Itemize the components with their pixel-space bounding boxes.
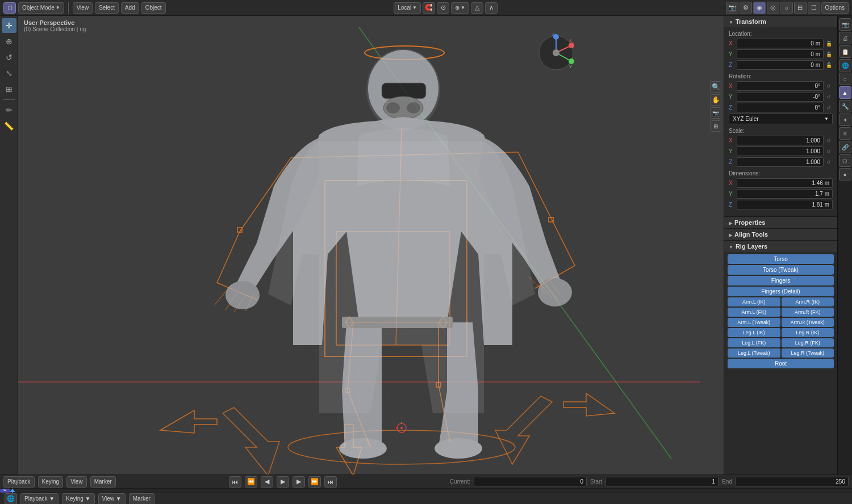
hand-pan-icon[interactable]: ✋ xyxy=(710,94,721,106)
next-frame-btn[interactable]: ▶ xyxy=(293,476,305,488)
arm-l-ik-btn[interactable]: Arm.L (IK) xyxy=(728,297,780,306)
options-btn[interactable]: Options xyxy=(821,2,849,14)
viewport[interactable]: User Perspective (0) Scene Collection | … xyxy=(18,16,724,474)
render-options[interactable]: ⚙ xyxy=(740,2,752,14)
scale-tool[interactable]: ⤡ xyxy=(2,66,16,81)
rotate-tool[interactable]: ↺ xyxy=(2,50,16,65)
cursor-tool[interactable]: ✛ xyxy=(2,18,16,33)
annotate-tool[interactable]: ✏ xyxy=(2,103,16,117)
location-y-field[interactable] xyxy=(737,49,824,59)
scale-y-lock[interactable]: ↺ xyxy=(825,148,833,156)
rig-fingers-detail-btn[interactable]: Fingers (Detail) xyxy=(728,287,834,296)
location-x-field[interactable] xyxy=(737,39,824,48)
location-x-lock[interactable]: 🔓 xyxy=(825,40,833,48)
location-z-field[interactable] xyxy=(737,60,824,70)
playback-speed-btn[interactable]: Playback ▼ xyxy=(20,493,59,505)
snap-target[interactable]: △ xyxy=(471,2,483,14)
keying-btn[interactable]: Keying xyxy=(38,476,64,488)
leg-l-ik-btn[interactable]: Leg.L (IK) xyxy=(728,328,780,337)
transform-orient[interactable]: ⊕ ▼ xyxy=(451,2,469,14)
rig-root-btn[interactable]: Root xyxy=(728,359,834,368)
viewport-shading-rendered[interactable]: ○ xyxy=(780,2,793,14)
object-menu[interactable]: Object xyxy=(141,2,166,14)
keying-sets-btn[interactable]: Keying ▼ xyxy=(62,493,94,505)
scale-z-lock[interactable]: ↺ xyxy=(825,158,833,166)
tab-physics[interactable]: ⚛ xyxy=(839,127,851,140)
rotation-y-lock[interactable]: ↺ xyxy=(825,93,833,101)
viewport-overlay[interactable]: ⊟ xyxy=(794,2,807,14)
rotation-x-field[interactable] xyxy=(737,81,824,91)
transform-header[interactable]: Transform xyxy=(724,16,837,27)
align-tools-header[interactable]: Align Tools xyxy=(724,229,837,240)
measure-tool[interactable]: 📏 xyxy=(2,119,16,133)
snap-icon[interactable]: 🧲 xyxy=(423,2,435,14)
add-menu[interactable]: Add xyxy=(121,2,139,14)
tab-particles[interactable]: ✦ xyxy=(839,114,851,126)
rig-torso-tweak-btn[interactable]: Torso (Tweak) xyxy=(728,265,834,275)
viewport-xray[interactable]: ☐ xyxy=(808,2,820,14)
marker-btn[interactable]: Marker xyxy=(90,476,116,488)
camera-view-icon[interactable]: 📷 xyxy=(710,107,721,119)
location-z-lock[interactable]: 🔓 xyxy=(825,61,833,69)
rotation-x-lock[interactable]: ↺ xyxy=(825,82,833,90)
viewport-shading-solid[interactable]: ◉ xyxy=(753,2,766,14)
mode-selector[interactable]: Object Mode ▼ xyxy=(18,2,64,14)
marker-bottom-btn[interactable]: Marker xyxy=(129,493,154,505)
tab-material[interactable]: ● xyxy=(839,168,851,180)
tab-world[interactable]: ○ xyxy=(839,73,851,85)
scale-x-field[interactable] xyxy=(737,136,824,145)
rotation-y-field[interactable] xyxy=(737,92,824,102)
scene-icon-bottom[interactable]: 🌐 xyxy=(5,493,17,505)
prev-keyframe-btn[interactable]: ⏪ xyxy=(245,476,257,488)
move-tool[interactable]: ⊕ xyxy=(2,34,16,49)
proportional-edit[interactable]: ⊙ xyxy=(437,2,449,14)
timeline-view-btn[interactable]: View xyxy=(66,476,87,488)
transform-tool[interactable]: ⊞ xyxy=(2,82,16,96)
arm-r-fk-btn[interactable]: Arm.R (FK) xyxy=(782,308,834,317)
tab-modifier[interactable]: 🔧 xyxy=(839,100,851,112)
dim-y-field[interactable] xyxy=(737,189,833,199)
rotation-z-lock[interactable]: ↺ xyxy=(825,104,833,112)
rig-torso-btn[interactable]: Torso xyxy=(728,254,834,264)
arm-r-ik-btn[interactable]: Arm.R (IK) xyxy=(782,297,834,306)
tab-constraints[interactable]: 🔗 xyxy=(839,141,851,153)
leg-l-tweak-btn[interactable]: Leg.L (Tweak) xyxy=(728,348,780,358)
pivot-selector[interactable]: Local ▼ xyxy=(394,2,421,14)
timeline-ruler[interactable]: 0 10 20 30 40 50 60 70 80 90 1 xyxy=(0,489,852,493)
leg-r-ik-btn[interactable]: Leg.R (IK) xyxy=(782,328,834,337)
tab-object[interactable]: ▲ xyxy=(839,86,851,99)
render-icon[interactable]: 📷 xyxy=(726,2,738,14)
tab-render[interactable]: 📷 xyxy=(839,18,851,31)
tab-view-layer[interactable]: 📋 xyxy=(839,45,851,58)
zoom-icon[interactable]: 🔍 xyxy=(710,81,721,93)
playback-btn[interactable]: Playback xyxy=(3,476,35,488)
start-frame-field[interactable] xyxy=(605,477,719,486)
tab-scene[interactable]: 🌐 xyxy=(839,59,851,72)
arm-l-fk-btn[interactable]: Arm.L (FK) xyxy=(728,308,780,317)
arm-l-tweak-btn[interactable]: Arm.L (Tweak) xyxy=(728,318,780,327)
select-menu[interactable]: Select xyxy=(95,2,119,14)
rig-fingers-btn[interactable]: Fingers xyxy=(728,276,834,285)
next-keyframe-btn[interactable]: ⏩ xyxy=(308,476,321,488)
viewport-shading-material[interactable]: ◎ xyxy=(767,2,779,14)
prev-frame-btn[interactable]: ◀ xyxy=(261,476,273,488)
leg-l-fk-btn[interactable]: Leg.L (FK) xyxy=(728,338,780,347)
current-frame-field[interactable] xyxy=(474,477,587,486)
rotation-mode-dropdown[interactable]: XYZ Euler ▼ xyxy=(729,114,833,124)
scale-z-field[interactable] xyxy=(737,157,824,167)
dim-z-field[interactable] xyxy=(737,200,833,209)
scale-y-field[interactable] xyxy=(737,146,824,156)
rotation-z-field[interactable] xyxy=(737,103,824,112)
grid-icon[interactable]: ⊞ xyxy=(710,120,721,132)
view-bottom-btn[interactable]: View ▼ xyxy=(98,493,126,505)
tab-data[interactable]: ⬡ xyxy=(839,154,851,167)
jump-end-btn[interactable]: ⏭ xyxy=(324,476,337,488)
proportional-falloff[interactable]: ∧ xyxy=(485,2,498,14)
jump-start-btn[interactable]: ⏮ xyxy=(229,476,241,488)
navigation-gizmo[interactable]: X Y Z xyxy=(536,33,576,73)
arm-r-tweak-btn[interactable]: Arm.R (Tweak) xyxy=(782,318,834,327)
tab-output[interactable]: 🖨 xyxy=(839,32,851,44)
scale-x-lock[interactable]: ↺ xyxy=(825,137,833,145)
leg-r-tweak-btn[interactable]: Leg.R (Tweak) xyxy=(782,348,834,358)
mode-icon[interactable]: ◻ xyxy=(3,2,16,14)
